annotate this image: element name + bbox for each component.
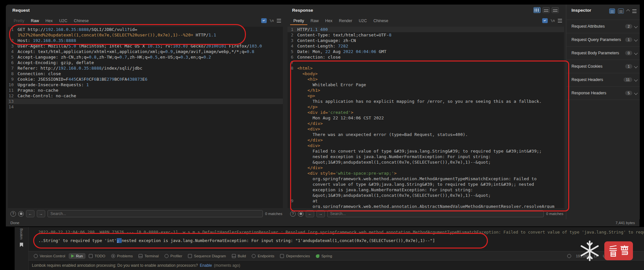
tool-window-build[interactable]: Build bbox=[229, 253, 249, 259]
tool-window-label: Profiler bbox=[170, 254, 182, 258]
tab-pretty[interactable]: Pretty bbox=[10, 18, 28, 25]
request-editor[interactable]: 1GET http://192.168.0.35:8888/SQLI/JDBC/… bbox=[8, 27, 283, 208]
line-number bbox=[288, 71, 295, 76]
code-line: nested exception is java.lang.NumberForm… bbox=[288, 154, 564, 159]
chevron-up-icon[interactable] bbox=[626, 9, 630, 13]
help-icon[interactable] bbox=[10, 211, 16, 217]
tab-chinese[interactable]: Chinese bbox=[71, 18, 92, 25]
spring-icon bbox=[316, 254, 319, 258]
line-number: 2 bbox=[288, 32, 295, 38]
inspector-menu-icon[interactable] bbox=[632, 9, 637, 13]
kanxue-glyph-kan bbox=[609, 244, 618, 257]
section-label: Request Attributes bbox=[571, 24, 623, 29]
line-number: 6 bbox=[8, 60, 15, 65]
line-number: 13 bbox=[8, 99, 15, 104]
next-match-button[interactable] bbox=[316, 210, 325, 217]
soft-wrap-icon[interactable] bbox=[542, 18, 548, 23]
line-number bbox=[288, 137, 295, 143]
inspector-section-request-body-parameters[interactable]: Request Body Parameters0 bbox=[566, 47, 640, 60]
inspector-section-request-headers[interactable]: Request Headers11 bbox=[566, 73, 640, 87]
tab-raw[interactable]: Raw bbox=[28, 18, 42, 25]
tab-pretty[interactable]: Pretty bbox=[290, 18, 307, 25]
tab-hex[interactable]: Hex bbox=[42, 18, 56, 25]
code-line: Mon Aug 22 12:04:06 CST 2022 bbox=[288, 115, 564, 121]
line-number bbox=[288, 204, 295, 208]
tab-u2c[interactable]: U2C bbox=[356, 18, 370, 25]
line-number bbox=[8, 32, 15, 38]
bookmark-icon[interactable] bbox=[20, 243, 23, 247]
code-line: <div style='white-space:pre-wrap;'> bbox=[288, 170, 564, 176]
code-line: 1%27%20and%20updatexml(1,concat(0x7e,(SE… bbox=[8, 32, 283, 38]
line-number bbox=[288, 187, 295, 193]
status-message: Lombok requires enabled annotation proce… bbox=[32, 263, 198, 268]
code-line: 3User-Agent: Mozilla/5.0 (Macintosh; Int… bbox=[8, 43, 283, 49]
tab-u2c[interactable]: U2C bbox=[56, 18, 71, 25]
response-editor[interactable]: 1HTTP/1.1 4002Content-Type: text/html;ch… bbox=[288, 27, 564, 208]
tab-hex[interactable]: Hex bbox=[322, 18, 336, 25]
sequence-icon bbox=[188, 254, 192, 258]
inspector-section-request-query-parameters[interactable]: Request Query Parameters1 bbox=[566, 33, 640, 47]
tool-window-dependencies[interactable]: Dependencies bbox=[277, 253, 313, 259]
tool-window-label: Terminal bbox=[144, 254, 158, 258]
bookmarks-tool-button[interactable]: Bookm bbox=[20, 228, 23, 239]
section-label: Request Query Parameters bbox=[571, 37, 623, 42]
chevron-down-icon bbox=[634, 51, 637, 55]
code-line: convert value of type &#39;java.lang.Str… bbox=[288, 182, 564, 187]
notifications-icon[interactable] bbox=[567, 254, 571, 258]
next-match-button[interactable] bbox=[37, 210, 45, 217]
ide-toolbar: Version ControlRunTODOProblemsTerminalPr… bbox=[29, 251, 644, 261]
tab-render[interactable]: Render bbox=[336, 18, 356, 25]
enable-link[interactable]: Enable bbox=[200, 263, 212, 268]
search-input[interactable] bbox=[327, 210, 544, 217]
code-line: <div> bbox=[288, 126, 564, 132]
inspector-layout-icon[interactable] bbox=[618, 8, 624, 14]
code-line: Whitelabel Error Page bbox=[288, 82, 564, 88]
run-console[interactable]: 2022-08-22 12:04:06,288 WARN 73676 --- [… bbox=[29, 227, 644, 251]
editor-menu-icon[interactable] bbox=[277, 19, 281, 22]
tool-window-spring[interactable]: Spring bbox=[313, 253, 335, 259]
tool-window-sequence-diagram[interactable]: Sequence Diagram bbox=[185, 253, 228, 259]
inspector-section-request-cookies[interactable]: Request Cookies1 bbox=[566, 60, 640, 73]
code-line: 1HTTP/1.1 400 bbox=[288, 27, 564, 32]
code-line: 8Connection: close bbox=[8, 71, 283, 76]
line-number bbox=[288, 99, 295, 104]
tool-window-todo[interactable]: TODO bbox=[86, 253, 108, 259]
section-label: Request Body Parameters bbox=[571, 51, 623, 55]
code-line: org.springframework.web.method.annotatio… bbox=[288, 176, 564, 182]
burp-status-bar: Done 7,441 bytes bbox=[6, 219, 639, 226]
inspector-section-request-attributes[interactable]: Request Attributes2 bbox=[566, 20, 640, 33]
soft-wrap-icon[interactable] bbox=[261, 18, 267, 23]
tab-raw[interactable]: Raw bbox=[307, 18, 322, 25]
tool-window-label: Dependencies bbox=[286, 254, 310, 258]
tool-window-version-control[interactable]: Version Control bbox=[31, 253, 68, 259]
inspector-section-response-headers[interactable]: Response Headers5 bbox=[566, 87, 640, 100]
tool-window-run[interactable]: Run bbox=[69, 253, 86, 259]
status-time: (moments ago) bbox=[214, 263, 240, 268]
tool-window-endpoints[interactable]: Endpoints bbox=[249, 253, 277, 259]
line-number: 9 bbox=[288, 198, 295, 204]
tool-window-profiler[interactable]: Profiler bbox=[162, 253, 185, 259]
code-line: 7 bbox=[288, 60, 564, 65]
tool-window-problems[interactable]: Problems bbox=[109, 253, 136, 259]
previous-match-button[interactable] bbox=[306, 210, 314, 217]
line-number: 3 bbox=[8, 43, 15, 49]
newline-toggle-label[interactable]: \n bbox=[270, 19, 274, 23]
previous-match-button[interactable] bbox=[26, 210, 34, 217]
code-line: 10Upgrade-Insecure-Requests: 1 bbox=[8, 82, 283, 88]
line-number: 8 bbox=[288, 65, 295, 71]
editor-menu-icon[interactable] bbox=[558, 19, 562, 22]
tool-window-label: Spring bbox=[321, 254, 332, 258]
help-icon[interactable] bbox=[290, 211, 296, 217]
inspector-dock-icon[interactable] bbox=[609, 8, 615, 14]
line-number: 2 bbox=[8, 38, 15, 43]
code-line: 2Host: 192.168.0.35:8888 bbox=[8, 38, 283, 43]
endpoints-icon bbox=[252, 254, 256, 258]
log-text: ..String' to required type 'int' bbox=[38, 238, 117, 243]
search-input[interactable] bbox=[47, 210, 263, 217]
tool-window-terminal[interactable]: Terminal bbox=[136, 253, 161, 259]
tab-chinese[interactable]: Chinese bbox=[370, 18, 392, 25]
newline-toggle-label[interactable]: \n bbox=[551, 19, 555, 23]
tool-window-label: Sequence Diagram bbox=[194, 254, 226, 258]
settings-gear-icon[interactable] bbox=[298, 211, 303, 217]
settings-gear-icon[interactable] bbox=[18, 211, 24, 217]
